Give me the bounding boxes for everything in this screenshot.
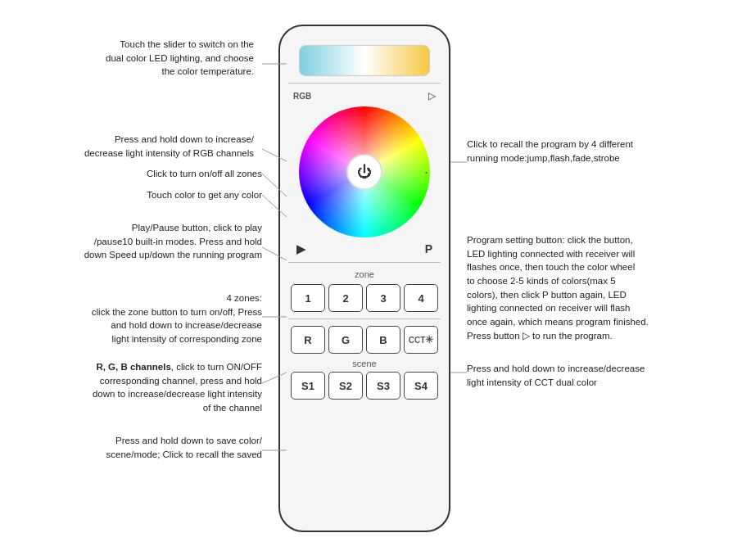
- color-temp-slider[interactable]: [299, 45, 430, 76]
- b-button[interactable]: B: [366, 326, 400, 354]
- scene-label: scene: [288, 359, 441, 368]
- scene-btn-s1[interactable]: S1: [291, 372, 325, 400]
- color-wheel-container: · ⏻ ·: [299, 106, 430, 237]
- cct-button[interactable]: CCT ✳: [404, 326, 438, 354]
- zone-btn-1[interactable]: 1: [291, 284, 325, 312]
- rgb-bold: R, G, B channels: [96, 362, 170, 372]
- zone-label: zone: [288, 269, 441, 279]
- annotation-brightness: Press and hold down to increase/ decreas…: [16, 133, 254, 160]
- controls-row: ▶ P: [288, 242, 441, 255]
- annotation-touch-color: Touch color to get any color: [16, 188, 262, 202]
- annotation-zones: 4 zones: click the zone button to turn o…: [16, 291, 262, 346]
- r-button[interactable]: R: [291, 326, 325, 354]
- zone-btn-3[interactable]: 3: [366, 284, 400, 312]
- rgb-label-row: RGB ▷: [288, 90, 441, 102]
- play-pause-button[interactable]: ▶: [296, 242, 305, 255]
- zone-btn-4[interactable]: 4: [404, 284, 438, 312]
- annotation-play-pause: Play/Pause button, click to play /pause1…: [16, 221, 262, 262]
- play-mode-icon[interactable]: ▷: [428, 90, 436, 102]
- zone-buttons-row: 1 2 3 4: [288, 284, 441, 312]
- annotation-scene: Press and hold down to save color/ scene…: [16, 434, 262, 461]
- divider-2: [288, 262, 441, 263]
- scene-btn-s2[interactable]: S2: [328, 372, 363, 400]
- annotation-rgb: R, G, B channels, click to turn ON/OFF c…: [16, 360, 262, 415]
- brightness-up-icon[interactable]: ·: [424, 164, 428, 181]
- annotation-program: Program setting button: click the button…: [467, 233, 713, 342]
- scene-section: scene S1 S2 S3 S4: [288, 359, 441, 400]
- zone-btn-2[interactable]: 2: [328, 284, 363, 312]
- annotation-recall: Click to recall the program by 4 differe…: [467, 138, 713, 165]
- scene-btn-s3[interactable]: S3: [366, 372, 400, 400]
- scene-btn-s4[interactable]: S4: [404, 372, 438, 400]
- rgb-cct-row: R G B CCT ✳: [288, 326, 441, 354]
- program-button[interactable]: P: [425, 242, 432, 255]
- cct-label: CCT: [409, 336, 426, 345]
- divider-3: [288, 318, 441, 319]
- power-button[interactable]: ⏻: [346, 154, 382, 190]
- divider-1: [288, 83, 441, 84]
- annotation-cct: Press and hold down to increase/decrease…: [467, 362, 713, 389]
- g-button[interactable]: G: [328, 326, 363, 354]
- annotation-on-off: Click to turn on/off all zones: [16, 167, 262, 181]
- cct-icon: ✳: [425, 334, 433, 345]
- rgb-label: RGB: [293, 92, 311, 101]
- scene-buttons-row: S1 S2 S3 S4: [288, 372, 441, 400]
- remote-control: RGB ▷ · ⏻ · ▶ P zone 1 2 3 4 R G B CCT ✳…: [278, 25, 450, 532]
- annotation-color-temp: Touch the slider to switch on the dual c…: [16, 38, 254, 79]
